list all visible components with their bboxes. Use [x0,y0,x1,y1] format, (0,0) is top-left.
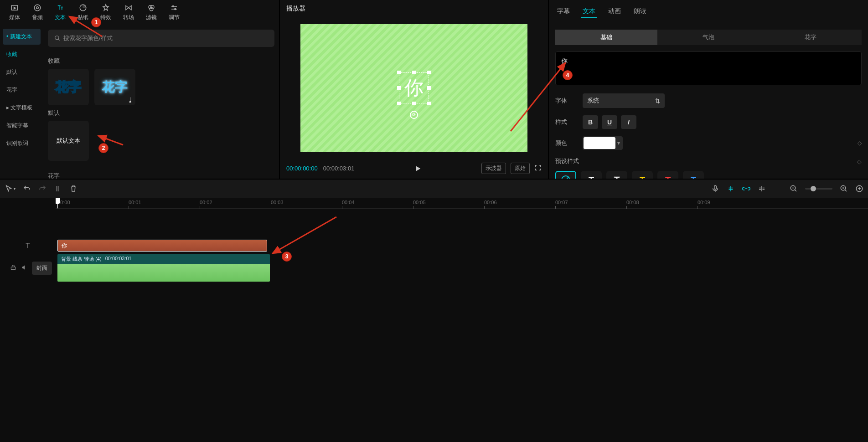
zoom-fit-icon[interactable] [855,185,863,193]
clip-duration: 00:00:03:01 [105,256,132,262]
sidebar-favorites[interactable]: 收藏 [3,46,41,62]
color-swatch [584,137,615,149]
lock-icon[interactable] [10,264,16,272]
section-default-label: 默认 [48,109,274,117]
subtab-huazi[interactable]: 花字 [760,30,862,45]
magnet-icon[interactable] [727,185,735,193]
zoom-in-icon[interactable] [840,185,848,193]
property-tabs: 字幕 文本 动画 朗读 [555,4,862,23]
resource-tabs: 媒体 音频 文本 贴纸 特效 转场 滤镜 调节 [0,0,279,23]
font-select[interactable]: 系统⇅ [583,93,665,108]
svg-rect-11 [714,185,717,189]
cover-button[interactable]: 封面 [32,262,52,275]
sidebar-text-template[interactable]: ▸ 文字模板 [3,100,41,116]
redo-button[interactable] [38,185,46,193]
color-picker[interactable]: ▾ [583,136,623,150]
original-button[interactable]: 原始 [511,163,530,174]
tab-filter[interactable]: 滤镜 [141,2,161,23]
align-icon[interactable] [758,185,766,193]
keyframe-icon[interactable]: ◇ [857,158,862,165]
chevron-down-icon: ▾ [617,140,620,146]
text-selection-box[interactable]: 你 ⟳ [399,72,429,103]
sidebar-new-text[interactable]: • 新建文本 [3,29,41,45]
text-subtabs: 基础 气泡 花字 [555,30,862,45]
canvas-background: 你 ⟳ [300,24,527,152]
tab-subtitle[interactable]: 字幕 [555,5,572,18]
text-clip[interactable]: 你 [57,240,267,252]
huazi-preset-blue[interactable]: 花字⭳ [94,69,135,105]
color-label: 颜色 [555,139,576,147]
subtab-basic[interactable]: 基础 [555,30,657,45]
tab-media[interactable]: 媒体 [5,2,25,23]
playhead[interactable] [57,198,58,208]
svg-point-2 [36,7,39,9]
bold-button[interactable]: B [583,115,598,129]
tab-read[interactable]: 朗读 [632,5,648,18]
svg-point-8 [175,9,176,10]
huazi-preset-green[interactable]: 花字 [48,69,89,105]
tab-transition[interactable]: 转场 [119,2,139,23]
tab-audio[interactable]: 音频 [27,2,47,23]
text-category-sidebar: • 新建文本 收藏 默认 花字 ▸ 文字模板 智能字幕 识别歌词 [0,26,43,187]
svg-line-18 [273,217,336,253]
sidebar-default[interactable]: 默认 [3,64,41,80]
svg-point-9 [55,36,59,40]
search-icon [54,35,61,41]
chevron-updown-icon: ⇅ [655,98,660,104]
preset-style-label: 预设样式 [555,157,579,165]
subtab-bubble[interactable]: 气泡 [657,30,760,45]
video-clip[interactable]: 背景 线条 转场 (4)00:00:03:01 [57,254,270,282]
svg-point-6 [150,7,153,11]
text-input[interactable]: 你 [555,51,862,85]
svg-rect-15 [11,267,15,269]
fullscreen-icon[interactable] [534,164,542,173]
time-current: 00:00:00:00 [286,165,318,172]
sidebar-recognize-lyrics[interactable]: 识别歌词 [3,135,41,151]
oscilloscope-button[interactable]: 示波器 [481,163,506,174]
delete-button[interactable] [69,185,78,193]
underline-button[interactable]: U [602,115,617,129]
clip-name: 背景 线条 转场 (4) [61,256,102,262]
tab-adjust[interactable]: 调节 [164,2,184,23]
mic-icon[interactable] [711,185,719,193]
cursor-tool[interactable]: ▾ [5,185,16,193]
play-icon[interactable] [414,165,422,172]
player-title: 播放器 [280,0,548,17]
default-text-thumb[interactable]: 默认文本 [48,121,89,161]
svg-point-7 [172,6,174,7]
svg-point-1 [34,5,41,11]
sidebar-huazi[interactable]: 花字 [3,82,41,98]
timeline-ruler[interactable]: 00:00 00:01 00:02 00:03 00:04 00:05 00:0… [56,198,868,209]
svg-line-19 [511,63,565,131]
download-icon: ⭳ [127,96,134,103]
undo-button[interactable] [23,185,31,193]
italic-button[interactable]: I [621,115,636,129]
split-button[interactable] [54,185,62,193]
sidebar-smart-subtitle[interactable]: 智能字幕 [3,118,41,134]
tab-animation[interactable]: 动画 [606,5,623,18]
keyframe-icon[interactable]: ◇ [858,140,862,146]
rotate-handle[interactable]: ⟳ [410,111,418,119]
svg-line-17 [98,136,123,145]
link-icon[interactable] [742,185,750,193]
zoom-out-icon[interactable] [790,185,798,193]
tab-text-props[interactable]: 文本 [581,5,597,18]
canvas-text: 你 [404,75,424,101]
svg-line-16 [69,16,102,36]
time-total: 00:00:03:01 [323,165,355,172]
section-favorites-label: 收藏 [48,57,274,65]
text-track-icon [0,239,56,252]
speaker-icon[interactable] [21,264,27,272]
zoom-slider[interactable] [805,188,832,190]
